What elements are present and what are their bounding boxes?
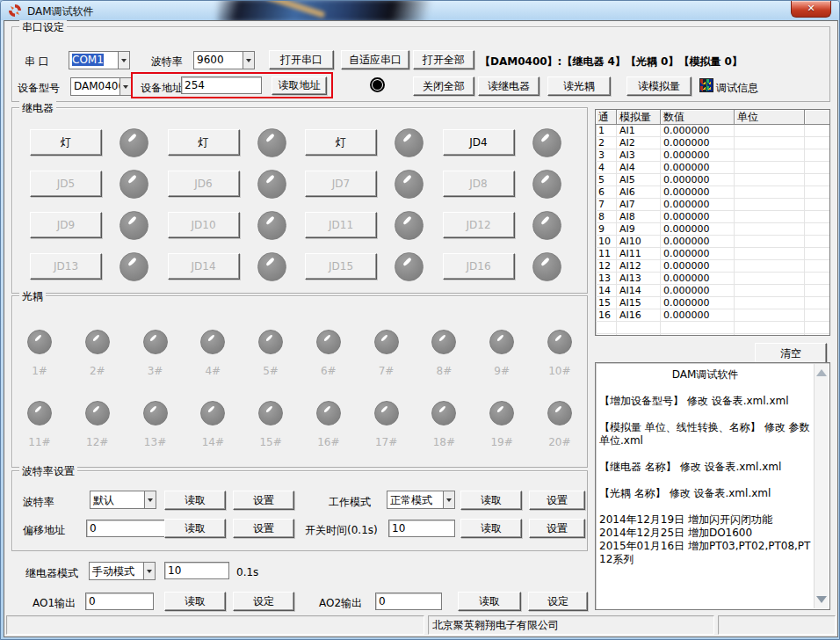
table-row[interactable]: 2AI20.000000 — [596, 137, 829, 149]
table-row[interactable] — [596, 334, 829, 336]
relay-button-灯[interactable]: 灯 — [168, 129, 240, 156]
table-row[interactable]: 14AI140.000000 — [596, 285, 829, 297]
table-cell — [805, 285, 829, 297]
table-cell — [735, 297, 805, 309]
table-row[interactable] — [596, 322, 829, 334]
table-row[interactable]: 6AI60.000000 — [596, 186, 829, 199]
relay-button-JD15[interactable]: JD15 — [305, 253, 377, 280]
close-button[interactable]: ✕ — [791, 1, 831, 18]
baud-read-button[interactable]: 读取 — [164, 491, 226, 510]
offset-set-button[interactable]: 设置 — [233, 519, 294, 538]
switch-time-input[interactable] — [388, 520, 455, 537]
table-row[interactable]: 12AI120.000000 — [596, 260, 829, 273]
ao1-read-button[interactable]: 读取 — [164, 592, 226, 611]
column-header-3[interactable]: 数值 — [661, 110, 735, 125]
table-row[interactable]: 9AI90.000000 — [596, 223, 829, 236]
read-analog-button[interactable]: 读模拟量 — [626, 76, 692, 96]
table-row[interactable]: 5AI50.000000 — [596, 174, 829, 186]
relay-indicator-led — [119, 128, 148, 157]
switch-time-read-button[interactable]: 读取 — [460, 519, 522, 538]
relay-button-JD5[interactable]: JD5 — [30, 171, 102, 197]
column-header-4[interactable]: 单位 — [735, 110, 805, 125]
dropdown-arrow-icon[interactable] — [443, 491, 454, 508]
log-panel: DAM调试软件 【增加设备型号】 修改 设备表.xml.xml 【模拟量 单位、… — [595, 362, 830, 610]
relay-button-JD4[interactable]: JD4 — [443, 129, 515, 156]
clear-button[interactable]: 清空 — [755, 343, 827, 364]
analog-table: 通模拟量数值单位 1AI10.0000002AI20.0000003AI30.0… — [595, 109, 830, 336]
table-row[interactable]: 7AI70.000000 — [596, 199, 829, 211]
work-mode-select[interactable]: 正常模式 — [387, 491, 455, 509]
relay-button-JD11[interactable]: JD11 — [305, 212, 377, 238]
ao2-input[interactable] — [375, 593, 442, 610]
table-cell — [805, 273, 829, 285]
device-model-select[interactable]: DAM0400 — [70, 77, 132, 96]
relay-button-JD7[interactable]: JD7 — [305, 171, 377, 197]
log-scrollbar[interactable] — [814, 364, 829, 608]
relay-button-JD16[interactable]: JD16 — [443, 253, 515, 280]
open-all-button[interactable]: 打开全部 — [413, 50, 474, 69]
dropdown-arrow-icon[interactable] — [143, 563, 155, 579]
dropdown-arrow-icon[interactable] — [243, 52, 254, 69]
offset-read-button[interactable]: 读取 — [164, 519, 226, 538]
ao2-set-button[interactable]: 设定 — [528, 592, 588, 611]
device-address-input[interactable] — [181, 76, 262, 94]
read-address-button[interactable]: 读取地址 — [272, 76, 327, 95]
table-row[interactable]: 1AI10.000000 — [596, 125, 829, 137]
table-row[interactable]: 16AI160.000000 — [596, 309, 829, 322]
relay-cell: JD16 — [443, 253, 581, 280]
column-header-2[interactable]: 模拟量 — [617, 110, 661, 125]
table-row[interactable]: 15AI150.000000 — [596, 297, 829, 309]
close-all-button[interactable]: 关闭全部 — [413, 76, 474, 96]
offset-address-input[interactable] — [86, 520, 167, 537]
relay-time-input[interactable] — [164, 562, 229, 579]
table-cell — [735, 125, 805, 137]
read-opto-button[interactable]: 读光耦 — [547, 76, 611, 96]
com-port-select[interactable]: COM1 — [69, 51, 130, 69]
scroll-up-icon[interactable] — [816, 369, 827, 376]
baud-rate-select[interactable]: 9600 — [193, 51, 255, 69]
relay-button-灯[interactable]: 灯 — [30, 129, 102, 156]
opto-channel: 3# — [142, 330, 169, 377]
table-cell: 0.000000 — [661, 137, 735, 149]
table-cell: AI6 — [617, 186, 661, 199]
relay-button-灯[interactable]: 灯 — [305, 129, 377, 156]
column-header-1[interactable]: 通 — [596, 110, 617, 125]
ao2-read-button[interactable]: 读取 — [458, 592, 521, 611]
auto-serial-button[interactable]: 自适应串口 — [341, 50, 409, 69]
relay-button-JD8[interactable]: JD8 — [443, 171, 515, 197]
table-cell: 0.000000 — [661, 285, 735, 297]
table-row[interactable]: 10AI100.000000 — [596, 236, 829, 248]
table-row[interactable]: 8AI80.000000 — [596, 211, 829, 223]
relay-mode-select[interactable]: 手动模式 — [89, 562, 156, 580]
opto-channel-label: 1# — [32, 365, 47, 377]
relay-button-JD14[interactable]: JD14 — [168, 253, 240, 280]
work-mode-read-button[interactable]: 读取 — [460, 491, 522, 510]
opto-indicator-led — [547, 330, 572, 354]
relay-button-JD9[interactable]: JD9 — [30, 212, 102, 238]
table-row[interactable]: 11AI110.000000 — [596, 248, 829, 260]
relay-button-JD13[interactable]: JD13 — [30, 253, 102, 280]
switch-time-set-button[interactable]: 设置 — [529, 519, 585, 538]
title-bar[interactable]: DAM调试软件 ✕ — [1, 1, 839, 20]
baud-set-button[interactable]: 设置 — [233, 491, 294, 510]
relay-button-JD10[interactable]: JD10 — [168, 212, 240, 238]
open-serial-button[interactable]: 打开串口 — [269, 50, 334, 69]
table-row[interactable]: 3AI30.000000 — [596, 149, 829, 162]
dropdown-arrow-icon[interactable] — [144, 491, 156, 508]
dropdown-arrow-icon[interactable] — [118, 52, 129, 69]
opto-channel-label: 17# — [375, 436, 397, 448]
dropdown-arrow-icon[interactable] — [119, 78, 131, 95]
serial-settings-group: 串口设定 串 口 COM1 波特率 9600 打开串口 自适应串口 打开全部 【… — [11, 26, 830, 102]
table-row[interactable]: 4AI40.000000 — [596, 162, 829, 174]
baud-default-select[interactable]: 默认 — [90, 491, 156, 509]
table-row[interactable]: 13AI130.000000 — [596, 273, 829, 285]
ao1-input[interactable] — [85, 593, 154, 610]
relay-button-JD12[interactable]: JD12 — [443, 212, 515, 238]
relay-button-JD6[interactable]: JD6 — [168, 171, 240, 197]
opto-channel-label: 4# — [205, 365, 221, 377]
ao1-set-button[interactable]: 设定 — [233, 592, 294, 611]
scroll-down-icon[interactable] — [816, 596, 827, 603]
wallpaper-artifact — [217, 1, 451, 20]
read-relay-button[interactable]: 读继电器 — [478, 76, 539, 96]
work-mode-set-button[interactable]: 设置 — [529, 491, 585, 510]
